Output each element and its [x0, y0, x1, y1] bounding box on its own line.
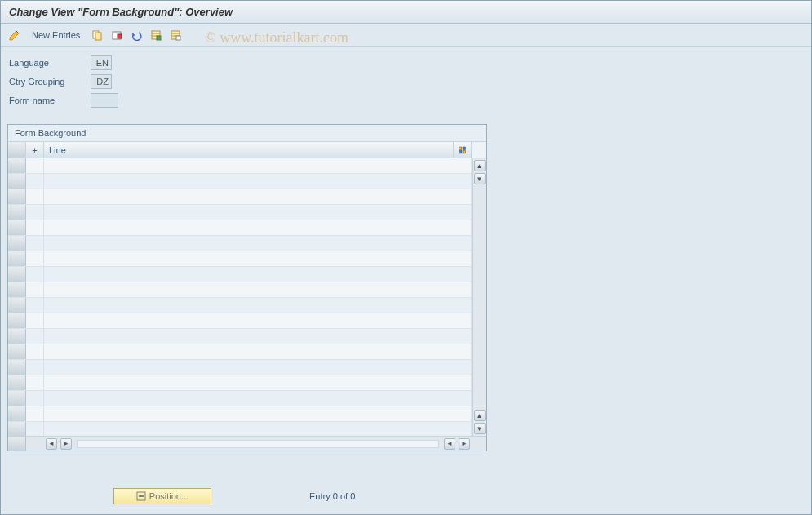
cell-plus[interactable] [26, 236, 44, 251]
cell-plus[interactable] [26, 344, 44, 359]
cell-plus[interactable] [26, 189, 44, 204]
cell-line[interactable] [44, 251, 472, 266]
cell-line[interactable] [44, 360, 472, 375]
cell-line[interactable] [44, 375, 472, 390]
table-row[interactable] [8, 344, 472, 360]
scroll-left2-icon[interactable]: ◄ [444, 438, 455, 450]
table-row[interactable] [8, 282, 472, 298]
cell-plus[interactable] [26, 360, 44, 375]
cell-plus[interactable] [26, 158, 44, 173]
cell-plus[interactable] [26, 282, 44, 297]
scroll-right2-icon[interactable]: ► [459, 438, 470, 450]
cell-line[interactable] [44, 298, 472, 313]
new-entries-button[interactable]: New Entries [27, 30, 85, 40]
table-row[interactable] [8, 298, 472, 313]
col-header-line[interactable]: Line [44, 142, 454, 158]
table-row[interactable] [8, 236, 472, 251]
scroll-left-icon[interactable]: ◄ [46, 438, 57, 450]
row-selector[interactable] [8, 298, 26, 313]
change-icon[interactable] [7, 28, 22, 42]
cell-plus[interactable] [26, 174, 44, 189]
col-header-select[interactable] [8, 142, 26, 158]
hscroll-track[interactable] [77, 440, 439, 448]
horizontal-scrollbar[interactable]: ◄ ► ◄ ► [8, 436, 486, 451]
cell-line[interactable] [44, 344, 472, 359]
table-row[interactable] [8, 375, 472, 391]
cell-line[interactable] [44, 220, 472, 235]
table-row[interactable] [8, 360, 472, 375]
row-selector[interactable] [8, 251, 26, 266]
cell-line[interactable] [44, 391, 472, 406]
row-selector[interactable] [8, 158, 26, 173]
row-selector[interactable] [8, 236, 26, 251]
language-field[interactable] [91, 55, 112, 70]
row-selector[interactable] [8, 220, 26, 235]
table-row[interactable] [8, 251, 472, 267]
table-row[interactable] [8, 329, 472, 344]
undo-icon[interactable] [129, 28, 144, 42]
table-row[interactable] [8, 406, 472, 422]
row-selector[interactable] [8, 205, 26, 220]
cell-line[interactable] [44, 313, 472, 328]
scroll-down-icon[interactable]: ▼ [474, 173, 486, 184]
row-selector[interactable] [8, 360, 26, 375]
cell-plus[interactable] [26, 391, 44, 406]
cell-plus[interactable] [26, 205, 44, 220]
cell-line[interactable] [44, 422, 472, 436]
cell-line[interactable] [44, 158, 472, 173]
position-button[interactable]: Position... [113, 488, 211, 504]
row-selector[interactable] [8, 422, 26, 436]
table-row[interactable] [8, 189, 472, 205]
col-header-plus[interactable]: + [26, 142, 44, 158]
cell-line[interactable] [44, 406, 472, 421]
table-row[interactable] [8, 391, 472, 406]
scroll-down2-icon[interactable]: ▼ [474, 423, 486, 434]
scroll-up-icon[interactable]: ▲ [474, 160, 486, 171]
cell-plus[interactable] [26, 422, 44, 436]
cell-line[interactable] [44, 174, 472, 189]
cell-plus[interactable] [26, 251, 44, 266]
table-config-button[interactable] [454, 142, 472, 158]
row-selector[interactable] [8, 267, 26, 282]
table-row[interactable] [8, 220, 472, 236]
row-selector[interactable] [8, 406, 26, 421]
cell-line[interactable] [44, 205, 472, 220]
row-selector[interactable] [8, 375, 26, 390]
table-row[interactable] [8, 158, 472, 174]
cell-line[interactable] [44, 236, 472, 251]
entry-status-text: Entry 0 of 0 [309, 491, 355, 501]
cell-plus[interactable] [26, 329, 44, 344]
table-row[interactable] [8, 267, 472, 282]
cell-plus[interactable] [26, 220, 44, 235]
cell-line[interactable] [44, 189, 472, 204]
cell-line[interactable] [44, 282, 472, 297]
select-all-icon[interactable] [149, 28, 163, 42]
cell-line[interactable] [44, 267, 472, 282]
cell-plus[interactable] [26, 313, 44, 328]
cell-plus[interactable] [26, 406, 44, 421]
table-row[interactable] [8, 205, 472, 220]
cell-plus[interactable] [26, 267, 44, 282]
copy-icon[interactable] [90, 28, 104, 42]
row-selector[interactable] [8, 174, 26, 189]
ctry-grouping-field[interactable] [91, 74, 112, 89]
row-selector[interactable] [8, 189, 26, 204]
table-row[interactable] [8, 313, 472, 329]
row-selector[interactable] [8, 391, 26, 406]
table-row[interactable] [8, 422, 472, 436]
row-selector[interactable] [8, 329, 26, 344]
scroll-right-icon[interactable]: ► [60, 438, 72, 450]
delete-icon[interactable] [109, 28, 124, 42]
form-name-field[interactable] [91, 93, 118, 108]
cell-line[interactable] [44, 329, 472, 344]
cell-plus[interactable] [26, 375, 44, 390]
row-selector[interactable] [8, 344, 26, 359]
cell-plus[interactable] [26, 298, 44, 313]
vertical-scrollbar[interactable]: ▲ ▼ ▲ ▼ [472, 158, 486, 436]
row-selector[interactable] [8, 313, 26, 328]
row-selector[interactable] [8, 282, 26, 297]
scroll-up2-icon[interactable]: ▲ [474, 410, 486, 421]
table-row[interactable] [8, 174, 472, 189]
deselect-all-icon[interactable] [168, 28, 183, 42]
svg-rect-7 [157, 36, 161, 40]
